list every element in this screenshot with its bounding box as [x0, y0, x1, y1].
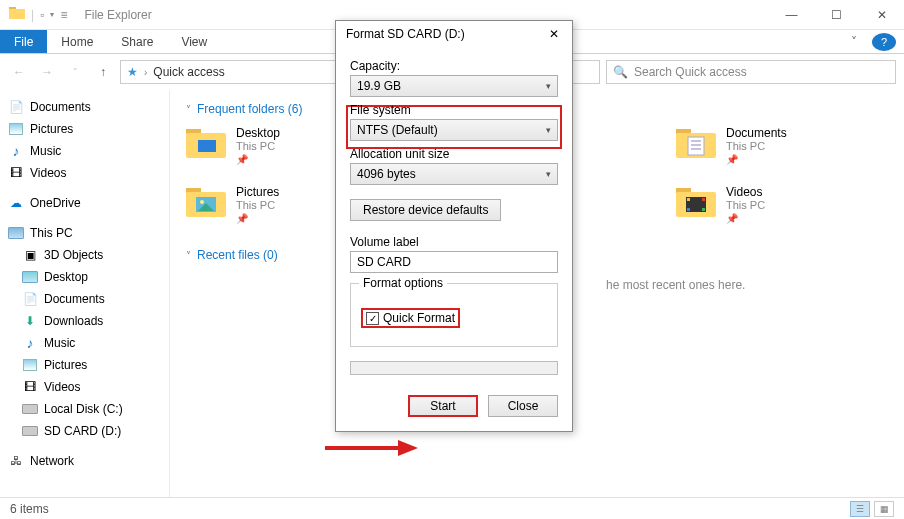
format-dialog: Format SD CARD (D:) ✕ Capacity: 19.9 GB▾…: [335, 20, 573, 432]
maximize-button[interactable]: ☐: [814, 0, 859, 30]
svg-marker-24: [398, 440, 418, 456]
help-button[interactable]: ?: [872, 33, 896, 51]
volume-label-label: Volume label: [350, 235, 558, 249]
sidebar-item-downloads[interactable]: ⬇Downloads: [0, 310, 169, 332]
svg-rect-22: [702, 208, 705, 211]
quick-access-icon: ★: [127, 65, 138, 79]
details-view-button[interactable]: ☰: [850, 501, 870, 517]
folder-icon: [676, 185, 716, 219]
drive-icon: [22, 423, 38, 439]
start-button[interactable]: Start: [408, 395, 478, 417]
svg-rect-4: [198, 140, 216, 152]
sidebar-item-3dobjects[interactable]: ▣3D Objects: [0, 244, 169, 266]
expand-ribbon-icon[interactable]: ˅: [836, 35, 872, 49]
folder-icon: [676, 126, 716, 160]
folder-name: Documents: [726, 126, 787, 140]
volume-label-input[interactable]: SD CARD: [350, 251, 558, 273]
music-icon: ♪: [22, 335, 38, 351]
downloads-icon: ⬇: [22, 313, 38, 329]
allocation-select[interactable]: 4096 bytes▾: [350, 163, 558, 185]
folder-icon: [186, 126, 226, 160]
tab-file[interactable]: File: [0, 30, 47, 53]
breadcrumb[interactable]: Quick access: [153, 65, 224, 79]
sidebar-item-videos[interactable]: 🎞Videos: [0, 162, 169, 184]
filesystem-label: File system: [350, 103, 558, 117]
dialog-title: Format SD CARD (D:): [346, 27, 546, 41]
folder-icon: [9, 6, 25, 23]
recent-locations-button[interactable]: ˅: [64, 61, 86, 83]
window-title: File Explorer: [84, 8, 151, 22]
progress-bar: [350, 361, 558, 375]
overflow-icon[interactable]: ≡: [60, 8, 67, 22]
folder-videos[interactable]: Videos This PC 📌: [676, 185, 856, 224]
chevron-down-icon: ▾: [546, 169, 551, 179]
thumbnails-view-button[interactable]: ▦: [874, 501, 894, 517]
close-button[interactable]: Close: [488, 395, 558, 417]
folder-name: Desktop: [236, 126, 280, 140]
sidebar-item-pictures2[interactable]: Pictures: [0, 354, 169, 376]
checkbox-icon: ✓: [366, 312, 379, 325]
sidebar-item-pictures[interactable]: Pictures: [0, 118, 169, 140]
sidebar-item-desktop[interactable]: Desktop: [0, 266, 169, 288]
chevron-down-icon: ˅: [186, 104, 191, 115]
search-input[interactable]: 🔍 Search Quick access: [606, 60, 896, 84]
item-count: 6 items: [10, 502, 49, 516]
capacity-select[interactable]: 19.9 GB▾: [350, 75, 558, 97]
thispc-icon: [8, 225, 24, 241]
svg-rect-19: [687, 198, 690, 201]
folder-icon: [186, 185, 226, 219]
minimize-button[interactable]: —: [769, 0, 814, 30]
recent-hint: he most recent ones here.: [606, 278, 888, 292]
sidebar-item-thispc[interactable]: This PC: [0, 222, 169, 244]
chevron-right-icon: ›: [144, 67, 147, 78]
svg-rect-1: [9, 9, 25, 19]
format-options-legend: Format options: [359, 276, 447, 290]
onedrive-icon: ☁: [8, 195, 24, 211]
sidebar-item-sdcard[interactable]: SD CARD (D:): [0, 420, 169, 442]
dialog-titlebar: Format SD CARD (D:) ✕: [336, 21, 572, 47]
up-button[interactable]: ↑: [92, 61, 114, 83]
sidebar-item-localdisk[interactable]: Local Disk (C:): [0, 398, 169, 420]
sidebar-item-videos2[interactable]: 🎞Videos: [0, 376, 169, 398]
folder-subtitle: This PC: [726, 199, 765, 211]
folder-documents[interactable]: Documents This PC 📌: [676, 126, 856, 165]
drive-icon: [22, 401, 38, 417]
music-icon: ♪: [8, 143, 24, 159]
sidebar-item-network[interactable]: 🖧Network: [0, 450, 169, 472]
chevron-down-icon: ▾: [546, 125, 551, 135]
tab-view[interactable]: View: [167, 30, 221, 53]
search-placeholder: Search Quick access: [634, 65, 747, 79]
search-icon: 🔍: [613, 65, 628, 79]
sidebar-item-music[interactable]: ♪Music: [0, 140, 169, 162]
dropdown-icon[interactable]: ▾: [50, 10, 54, 19]
forward-button[interactable]: →: [36, 61, 58, 83]
divider: |: [31, 8, 34, 22]
restore-defaults-button[interactable]: Restore device defaults: [350, 199, 501, 221]
folder-name: Videos: [726, 185, 765, 199]
pin-icon: 📌: [726, 213, 765, 224]
back-button[interactable]: ←: [8, 61, 30, 83]
chevron-down-icon: ▾: [546, 81, 551, 91]
allocation-label: Allocation unit size: [350, 147, 558, 161]
sidebar-item-music2[interactable]: ♪Music: [0, 332, 169, 354]
statusbar: 6 items ☰ ▦: [0, 497, 904, 519]
annotation-arrow: [320, 436, 420, 460]
quick-format-checkbox[interactable]: ✓ Quick Format: [361, 308, 460, 328]
dialog-close-button[interactable]: ✕: [546, 27, 562, 41]
folder-subtitle: This PC: [236, 199, 279, 211]
properties-icon[interactable]: ▫: [40, 8, 44, 22]
videos-icon: 🎞: [22, 379, 38, 395]
close-button[interactable]: ✕: [859, 0, 904, 30]
documents-icon: 📄: [22, 291, 38, 307]
desktop-icon: [22, 269, 38, 285]
filesystem-select[interactable]: NTFS (Default)▾: [350, 119, 558, 141]
svg-point-14: [200, 200, 204, 204]
sidebar-item-onedrive[interactable]: ☁OneDrive: [0, 192, 169, 214]
tab-home[interactable]: Home: [47, 30, 107, 53]
folder-subtitle: This PC: [726, 140, 787, 152]
format-options-fieldset: Format options ✓ Quick Format: [350, 283, 558, 347]
tab-share[interactable]: Share: [107, 30, 167, 53]
sidebar-item-documents2[interactable]: 📄Documents: [0, 288, 169, 310]
sidebar: 📄Documents Pictures ♪Music 🎞Videos ☁OneD…: [0, 90, 170, 497]
sidebar-item-documents[interactable]: 📄Documents: [0, 96, 169, 118]
